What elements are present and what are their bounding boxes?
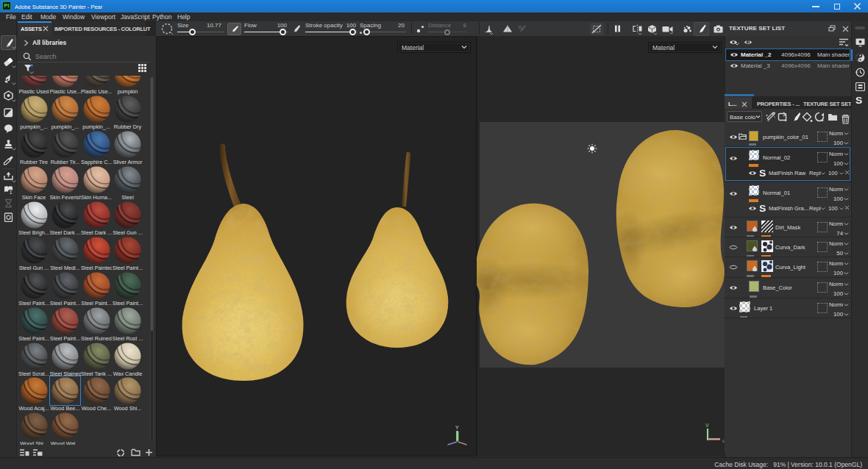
svg-text:1: 1 xyxy=(10,189,13,195)
svg-text:1: 1 xyxy=(747,40,750,45)
svg-text:V: V xyxy=(705,423,709,428)
svg-text:Y: Y xyxy=(455,425,459,430)
